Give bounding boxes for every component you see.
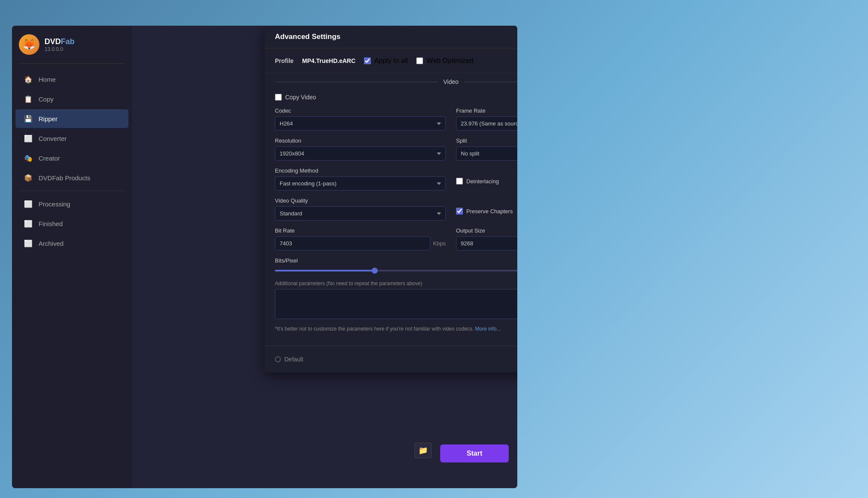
- divider-line-right: [464, 82, 517, 82]
- sidebar-item-home[interactable]: 🏠 Home: [15, 70, 128, 89]
- sidebar-label-ripper: Ripper: [39, 115, 57, 122]
- copy-video-input[interactable]: [275, 94, 282, 101]
- profile-name: MP4.TrueHD.eARC: [302, 57, 355, 64]
- warning-more-info-link[interactable]: More info...: [475, 326, 501, 332]
- sidebar-label-processing: Processing: [39, 200, 70, 208]
- copy-video-label: Copy Video: [285, 94, 316, 101]
- quality-chapters-row: Video Quality Standard High Low Preserve…: [275, 197, 517, 221]
- bitrate-group: Bit Rate Kbps: [275, 227, 446, 250]
- creator-icon: 🎭: [24, 154, 33, 162]
- web-optimized-label: Web Optimized: [427, 57, 473, 65]
- bits-pixel-label: Bits/Pixel: [275, 257, 517, 264]
- deinterlacing-label: Deinterlacing: [466, 178, 499, 185]
- framerate-select[interactable]: 23.976 (Same as source) 24 25 29.97 30 6…: [456, 116, 517, 131]
- video-quality-select[interactable]: Standard High Low: [275, 206, 446, 221]
- deinterlacing-input[interactable]: [456, 178, 463, 185]
- output-size-input-row: MB: [456, 236, 517, 250]
- preserve-chapters-input[interactable]: [456, 208, 463, 215]
- apply-to-all-input[interactable]: [364, 57, 371, 64]
- web-optimized-checkbox[interactable]: Web Optimized: [416, 57, 473, 65]
- bits-pixel-slider-row: 0.2: [275, 267, 517, 274]
- bitrate-outputsize-row: Bit Rate Kbps Output Size MB: [275, 227, 517, 250]
- profile-bar: Profile MP4.TrueHD.eARC Apply to all Web…: [265, 48, 517, 73]
- bitrate-input-row: Kbps: [275, 236, 446, 250]
- encoding-label: Encoding Method: [275, 167, 446, 174]
- slider-fill: [275, 270, 375, 271]
- apply-to-all-label: Apply to all: [374, 57, 408, 65]
- default-radio-icon: [275, 356, 281, 362]
- split-label: Split: [456, 137, 517, 144]
- bitrate-unit: Kbps: [433, 240, 446, 247]
- sidebar-item-copy[interactable]: 📋 Copy: [15, 89, 128, 108]
- default-label: Default: [284, 356, 303, 363]
- sidebar-item-converter[interactable]: ⬜ Converter: [15, 129, 128, 148]
- sidebar-divider-2: [19, 191, 125, 191]
- web-optimized-input[interactable]: [416, 57, 423, 64]
- sidebar-navigation: 🏠 Home 📋 Copy 💾 Ripper ⬜ Converter 🎭 Cre…: [12, 64, 132, 259]
- sidebar-item-archived[interactable]: ⬜ Archived: [15, 234, 128, 253]
- framerate-label: Frame Rate: [456, 107, 517, 114]
- output-size-group: Output Size MB: [456, 227, 517, 250]
- output-size-input[interactable]: [456, 236, 517, 250]
- sidebar-item-dvdfab-products[interactable]: 📦 DVDFab Products: [15, 168, 128, 187]
- slider-track: [275, 270, 517, 271]
- logo-icon: 🦊: [19, 34, 39, 55]
- modal-footer: Default OK Cancel: [265, 346, 517, 373]
- bitrate-input[interactable]: [275, 236, 430, 250]
- video-quality-label: Video Quality: [275, 197, 446, 204]
- sidebar-item-processing[interactable]: ⬜ Processing: [15, 194, 128, 213]
- output-size-label: Output Size: [456, 227, 517, 234]
- split-group: Split No split By size By time: [456, 137, 517, 161]
- codec-label: Codec: [275, 107, 446, 114]
- framerate-group: Frame Rate 23.976 (Same as source) 24 25…: [456, 107, 517, 131]
- logo-area: 🦊 DVDFab 13.0.0.0: [12, 26, 132, 63]
- codec-group: Codec H264 H265 MPEG2 VP9: [275, 107, 446, 131]
- apply-to-all-checkbox[interactable]: Apply to all: [364, 57, 408, 65]
- preserve-chapters-group: Preserve Chapters: [456, 197, 517, 221]
- app-window: 🦊 DVDFab 13.0.0.0 🏠 Home 📋 Copy 💾 Ripper: [12, 26, 517, 488]
- sidebar-item-finished[interactable]: ⬜ Finished: [15, 214, 128, 233]
- deinterlacing-group: Deinterlacing: [456, 167, 517, 191]
- processing-icon: ⬜: [24, 200, 33, 208]
- modal-header: Advanced Settings ✕: [265, 26, 517, 48]
- warning-text: *It's better not to customize the parame…: [275, 326, 517, 332]
- sidebar-label-creator: Creator: [39, 155, 60, 162]
- app-name: DVDFab: [45, 37, 75, 46]
- products-icon: 📦: [24, 173, 33, 182]
- slider-thumb[interactable]: [372, 268, 378, 274]
- bitrate-label: Bit Rate: [275, 227, 446, 234]
- archived-icon: ⬜: [24, 239, 33, 248]
- split-select[interactable]: No split By size By time: [456, 146, 517, 161]
- copy-video-row: Copy Video: [275, 94, 517, 101]
- advanced-settings-modal: Advanced Settings ✕ Profile MP4.TrueHD.e…: [265, 26, 517, 373]
- sidebar-label-home: Home: [39, 76, 56, 83]
- resolution-select[interactable]: 1920x804 1920x1080 1280x720 854x480: [275, 146, 446, 161]
- preserve-chapters-label: Preserve Chapters: [466, 208, 513, 215]
- profile-label: Profile: [275, 57, 294, 64]
- deinterlacing-checkbox-row: Deinterlacing: [456, 167, 517, 185]
- folder-button[interactable]: 📁: [415, 443, 432, 458]
- sidebar-item-creator[interactable]: 🎭 Creator: [15, 149, 128, 167]
- sidebar-label-copy: Copy: [39, 95, 54, 103]
- video-quality-group: Video Quality Standard High Low: [275, 197, 446, 221]
- bits-pixel-section: Bits/Pixel 0.2: [275, 257, 517, 274]
- resolution-label: Resolution: [275, 137, 446, 144]
- codec-select[interactable]: H264 H265 MPEG2 VP9: [275, 116, 446, 131]
- start-button[interactable]: Start: [440, 444, 509, 462]
- additional-params-label: Additional parameters (No need to repeat…: [275, 280, 517, 286]
- sidebar-item-ripper[interactable]: 💾 Ripper: [15, 109, 128, 128]
- sidebar-label-products: DVDFab Products: [39, 174, 90, 182]
- default-button[interactable]: Default: [275, 356, 303, 363]
- codec-framerate-grid: Codec H264 H265 MPEG2 VP9 Frame Rate 23.…: [275, 107, 517, 131]
- encoding-select[interactable]: Fast encoding (1-pass) HQ encoding (2-pa…: [275, 176, 446, 191]
- modal-title: Advanced Settings: [275, 33, 340, 41]
- finished-icon: ⬜: [24, 219, 33, 228]
- resolution-group: Resolution 1920x804 1920x1080 1280x720 8…: [275, 137, 446, 161]
- app-version: 13.0.0.0: [45, 46, 75, 52]
- content-panel: ⊞ ≡ — □ ✕ ore Info... Ready to Start | D…: [132, 26, 517, 488]
- additional-params-section: Additional parameters (No need to repeat…: [275, 280, 517, 321]
- additional-params-textarea[interactable]: [275, 289, 517, 319]
- logo-text: DVDFab 13.0.0.0: [45, 37, 75, 52]
- sidebar-label-archived: Archived: [39, 240, 63, 247]
- home-icon: 🏠: [24, 75, 33, 83]
